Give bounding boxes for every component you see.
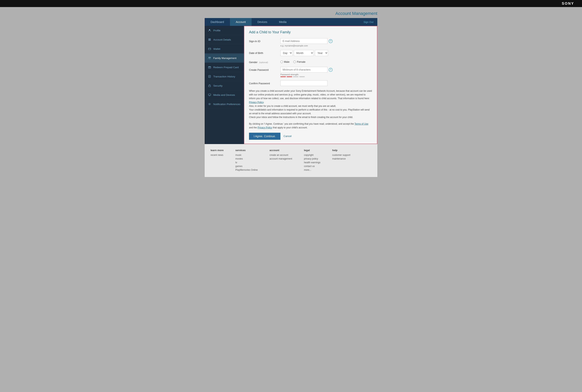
signin-id-input[interactable] [280,38,328,44]
cancel-button[interactable]: Cancel [283,135,292,138]
sidebar-label-notifications: Notification Preferences [213,103,240,106]
signin-id-label: Sign-In ID [249,38,280,43]
svg-rect-5 [208,48,211,49]
confirm-password-row: Confirm Password [249,80,372,86]
gender-female-label[interactable]: Female [293,60,305,63]
terms-link[interactable]: Terms of Use [354,122,368,125]
sidebar-label-transactions: Transaction History [213,75,235,78]
svg-point-20 [209,103,210,105]
info-paragraph-4: Check your inbox and follow the instruct… [249,116,372,119]
svg-rect-16 [208,94,211,96]
sidebar-item-notifications[interactable]: Notification Preferences [205,100,244,109]
confirm-password-input[interactable] [280,80,328,86]
people-icon [208,56,211,60]
footer-link-playmemories[interactable]: PlayMemories Online [235,168,258,171]
svg-point-19 [209,104,210,104]
footer-link-more[interactable]: more... [304,168,321,171]
tab-account[interactable]: Account [230,18,252,26]
sidebar-item-redeem[interactable]: Redeem Prepaid Card [205,63,244,72]
info-paragraph-5: By clicking on 'I Agree. Continue.' you … [249,122,372,130]
password-help-icon[interactable]: ? [329,68,333,72]
main-layout: Profile Account Details [205,26,377,144]
confirm-password-label: Confirm Password [249,80,280,85]
sidebar-item-profile[interactable]: Profile [205,26,244,35]
privacy-policy-link-1[interactable]: Privacy Policy [249,101,263,104]
footer-link-privacy[interactable]: privacy policy [304,158,321,160]
dob-year-select[interactable]: Year 2023202220212020 2015201020052000 1… [315,50,328,56]
footer-services-heading: services [235,149,258,152]
confirm-password-controls [280,80,372,86]
signin-id-controls: ? e.g. myname@example.com [280,38,372,47]
wallet-icon [208,47,211,50]
dob-controls: Day 12345 678910 1112131415 1617181920 2… [280,50,372,56]
sidebar: Profile Account Details [205,26,244,144]
sidebar-item-account-details[interactable]: Account Details [205,35,244,44]
password-label: Create Password [249,67,280,71]
gift-icon [208,66,211,69]
svg-rect-2 [208,40,211,40]
gender-male-radio[interactable] [280,60,283,63]
gender-label: Gender (optional) [249,59,280,64]
privacy-policy-link-2[interactable]: Privacy Policy [257,126,272,129]
page-title: Account Management [205,11,377,16]
footer-learn-more: learn more recent news [210,149,223,172]
footer-link-maintenance[interactable]: maintenance [332,158,351,160]
gender-female-radio[interactable] [293,60,296,63]
signin-help-icon[interactable]: ? [329,39,333,43]
footer-link-account-management[interactable]: account management [270,158,292,160]
footer-link-games[interactable]: games [235,165,258,168]
sony-logo: SONY [562,2,574,6]
password-input[interactable] [280,67,328,72]
sign-out-link[interactable]: Sign Out [360,18,377,26]
info-paragraph-2: Also, in order for you to create a child… [249,104,372,108]
dob-month-select[interactable]: Month JanuaryFebruaryMarchApril MayJuneJ… [294,50,314,56]
footer-link-music[interactable]: music [235,154,258,156]
person-icon [208,28,211,32]
footer-link-movies[interactable]: movies [235,158,258,160]
sidebar-label-media-devices: Media and Devices [213,94,235,96]
footer-legal-heading: legal [304,149,321,152]
info-paragraph-3: Your credit/debit card information is re… [249,108,372,116]
strength-bars [280,76,372,77]
content-area: Add a Child to Your Family Sign-In ID ? … [244,26,377,144]
footer-link-support[interactable]: customer support [332,154,351,156]
footer-help-heading: help [332,149,351,152]
footer-link-tv[interactable]: tv [235,161,258,164]
strength-bar-3 [293,76,299,77]
password-row: Create Password ? Password strength: [249,67,372,77]
svg-rect-3 [208,40,211,40]
sidebar-item-media-devices[interactable]: Media and Devices [205,90,244,100]
info-paragraph-1: When you create a child account under yo… [249,89,372,104]
password-controls: ? Password strength: [280,67,372,77]
footer-link-copyright[interactable]: copyright [304,154,321,156]
tab-media[interactable]: Media [273,18,292,26]
gender-row: Gender (optional) Male Female [249,59,372,64]
tab-devices[interactable]: Devices [251,18,273,26]
password-strength-label: Password strength: [280,73,372,76]
screen-icon [208,93,211,97]
footer-link-contact[interactable]: contact us [304,165,321,168]
svg-rect-4 [208,48,211,50]
info-text-block-2: By clicking on 'I Agree. Continue.' you … [249,122,372,130]
gender-male-label[interactable]: Male [280,60,289,63]
footer-link-health[interactable]: health warnings [304,161,321,164]
sidebar-item-transactions[interactable]: Transaction History [205,72,244,81]
sidebar-item-family[interactable]: Family Management [205,54,244,63]
top-bar: SONY [0,0,582,7]
lock-icon [208,84,211,88]
tab-dashboard[interactable]: Dashboard [205,18,230,26]
info-text-block: When you create a child account under yo… [249,89,372,119]
form-buttons: I Agree. Continue. Cancel [249,133,372,140]
footer-help: help customer support maintenance [332,149,351,172]
receipt-icon [208,75,211,78]
list-icon [208,38,211,41]
footer-link-recent-news[interactable]: recent news [210,154,223,156]
agree-continue-button[interactable]: I Agree. Continue. [249,133,280,140]
gender-controls: Male Female [280,59,372,63]
svg-point-0 [209,29,210,30]
sidebar-item-security[interactable]: Security [205,81,244,90]
dob-day-select[interactable]: Day 12345 678910 1112131415 1617181920 2… [280,50,293,56]
sidebar-item-wallet[interactable]: Wallet [205,44,244,54]
dob-row: Date of Birth Day 12345 678910 111213141… [249,50,372,56]
footer-link-create-account[interactable]: create an account [270,154,292,156]
